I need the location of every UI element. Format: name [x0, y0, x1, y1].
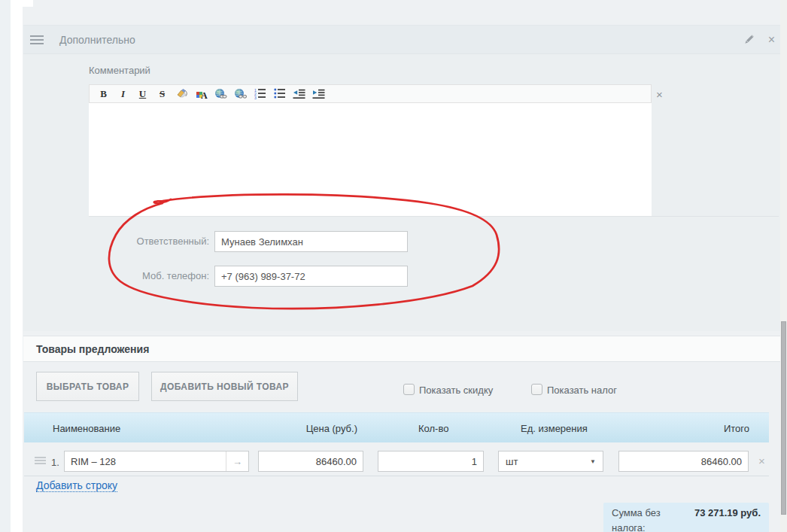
comment-remove-icon[interactable]: ×: [656, 88, 663, 101]
left-margin-strip: [0, 0, 11, 532]
panel-close-icon[interactable]: ×: [768, 32, 775, 47]
unit-select[interactable]: шт ▼: [498, 451, 603, 472]
show-tax-checkbox[interactable]: [531, 384, 542, 395]
additional-panel-header: Дополнительно ×: [23, 25, 780, 54]
product-name-input[interactable]: [65, 451, 226, 471]
section-drag-handle-icon[interactable]: [30, 35, 44, 44]
open-product-arrow-icon[interactable]: →: [226, 451, 248, 471]
main-content: Дополнительно × Комментарий B I U S: [23, 0, 780, 532]
row-drag-handle-icon[interactable]: [35, 457, 46, 464]
products-table-header: Наименование Цена (руб.) Кол-во Ед. изме…: [24, 412, 769, 442]
add-row-link[interactable]: Добавить строку: [36, 479, 117, 492]
page: Дополнительно × Комментарий B I U S: [0, 0, 787, 532]
quantity-input[interactable]: [378, 451, 484, 472]
column-header-unit: Ед. измерения: [521, 413, 588, 443]
show-tax-label[interactable]: Показать налог: [547, 385, 617, 396]
scrollbar-thumb[interactable]: [781, 321, 786, 515]
responsible-field-label: Ответственный:: [45, 236, 209, 247]
mobile-phone-field-label: Моб. телефон:: [45, 270, 209, 281]
remove-row-icon[interactable]: ×: [758, 454, 765, 467]
text-background-color-icon[interactable]: [175, 87, 188, 101]
sum-without-tax-row: Сумма без налога: 73 271.19 руб.: [612, 506, 761, 532]
svg-text:A: A: [201, 90, 208, 100]
show-discount-checkbox[interactable]: [403, 384, 415, 395]
chevron-down-icon: ▼: [590, 458, 596, 465]
unit-select-value: шт: [506, 456, 518, 467]
products-panel-title: Товары предложения: [36, 343, 149, 355]
editor-toolbar: B I U S A: [89, 84, 652, 103]
scrollbar-track[interactable]: [780, 0, 787, 532]
show-discount-label[interactable]: Показать скидку: [419, 385, 493, 396]
text-color-icon[interactable]: A: [195, 87, 208, 101]
column-header-name: Наименование: [53, 413, 120, 443]
price-input[interactable]: [258, 451, 363, 472]
outdent-icon[interactable]: [293, 87, 305, 101]
comment-field-label: Комментарий: [89, 65, 150, 76]
strikethrough-icon[interactable]: S: [156, 87, 169, 101]
italic-icon[interactable]: I: [117, 87, 129, 101]
responsible-input[interactable]: [214, 231, 408, 252]
row-divider: [24, 476, 769, 476]
additional-panel-title: Дополнительно: [59, 34, 135, 46]
bold-icon[interactable]: B: [97, 87, 110, 101]
underline-icon[interactable]: U: [136, 87, 149, 101]
unordered-list-icon[interactable]: [273, 87, 286, 101]
ordered-list-icon[interactable]: 1 2 3: [254, 87, 266, 101]
totals-summary: Сумма без налога: 73 271.19 руб. Сумма н…: [603, 503, 769, 532]
mobile-phone-input[interactable]: [214, 266, 408, 287]
column-header-quantity: Кол-во: [418, 413, 448, 443]
sum-without-tax-label: Сумма без налога:: [612, 506, 692, 532]
column-header-price: Цена (руб.): [260, 413, 365, 443]
add-new-product-button[interactable]: ДОБАВИТЬ НОВЫЙ ТОВАР: [151, 372, 298, 401]
row-index: 1.: [51, 457, 59, 468]
sum-without-tax-value: 73 271.19 руб.: [692, 506, 761, 521]
select-product-button[interactable]: ВЫБРАТЬ ТОВАР: [36, 372, 139, 401]
white-gutter: [11, 0, 23, 532]
column-header-total: Итого: [620, 413, 750, 443]
remove-link-icon[interactable]: [234, 87, 247, 101]
total-input[interactable]: [618, 451, 749, 472]
insert-link-icon[interactable]: [214, 87, 227, 101]
edit-pencil-icon[interactable]: [743, 34, 755, 49]
comment-editor-content[interactable]: [89, 103, 652, 216]
top-white-notch: [23, 0, 33, 7]
product-name-field: →: [64, 451, 249, 472]
editor-bottom-divider: [89, 216, 779, 217]
svg-text:3: 3: [254, 96, 257, 100]
indent-icon[interactable]: [312, 87, 325, 101]
products-panel-header: Товары предложения: [23, 336, 780, 362]
comment-rich-text-editor: B I U S A: [89, 84, 652, 216]
